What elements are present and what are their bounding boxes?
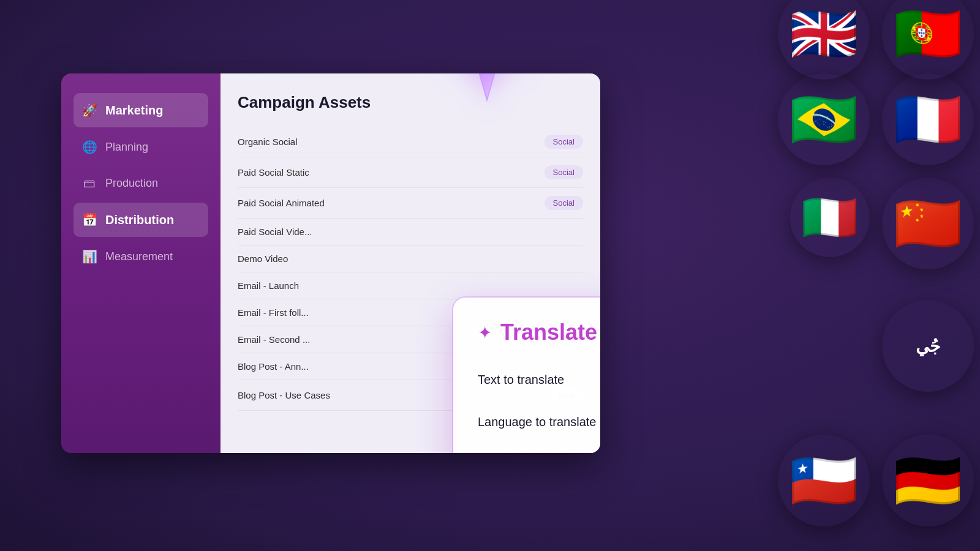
asset-name: Email - First foll... [238, 307, 309, 318]
sidebar-item-planning[interactable]: 🌐 Planning [74, 130, 208, 164]
app-container: 🚀 Marketing 🌐 Planning 🗃 Production 📅 Di… [61, 73, 600, 453]
sidebar-item-measurement[interactable]: 📊 Measurement [74, 239, 208, 274]
asset-row-paid-social-static[interactable]: Paid Social Static Social [238, 157, 583, 188]
sidebar-item-marketing-label: Marketing [105, 103, 163, 118]
asset-name: Blog Post - Use Cases [238, 390, 330, 400]
sidebar: 🚀 Marketing 🌐 Planning 🗃 Production 📅 Di… [61, 73, 221, 453]
page-title: Campaign Assets [238, 93, 583, 112]
flag-china: 🇨🇳 [882, 178, 974, 269]
asset-row-email-launch[interactable]: Email - Launch [238, 272, 583, 299]
asset-name: Email - Launch [238, 280, 299, 291]
sidebar-item-marketing[interactable]: 🚀 Marketing [74, 93, 208, 127]
asset-tag-social: Social [545, 165, 583, 179]
sidebar-item-distribution[interactable]: 📅 Distribution [74, 203, 208, 237]
asset-name: Paid Social Static [238, 167, 309, 178]
chart-icon: 📊 [82, 249, 97, 264]
asset-tag-social: Social [545, 135, 583, 149]
asset-name: Paid Social Vide... [238, 227, 312, 237]
modal-row-text-to-translate: Text to translate Description Title Summ… [478, 365, 600, 395]
modal-header: ✦ Translate [478, 320, 600, 345]
globe-icon: 🌐 [82, 140, 97, 154]
flag-france: 🇫🇷 [882, 73, 974, 165]
flag-germany: 🇩🇪 [882, 435, 974, 527]
asset-name: Organic Social [238, 137, 298, 147]
asset-tag-empty [566, 283, 583, 288]
sidebar-item-distribution-label: Distribution [105, 213, 174, 227]
asset-row-paid-social-animated[interactable]: Paid Social Animated Social [238, 188, 583, 219]
flag-brazil: 🇧🇷 [778, 73, 870, 165]
calendar-icon: 📅 [82, 212, 97, 227]
language-label: Language to translate into [478, 415, 600, 429]
flag-italy: 🇮🇹 [790, 178, 870, 257]
briefcase-icon: 🗃 [82, 176, 97, 190]
sparkle-icon: ✦ [478, 323, 492, 343]
flag-arabic: جُي [882, 300, 974, 392]
asset-tag-empty [566, 230, 583, 234]
asset-row-organic-social[interactable]: Organic Social Social [238, 127, 583, 157]
sidebar-item-measurement-label: Measurement [105, 250, 173, 263]
asset-tag-empty [566, 257, 583, 261]
modal-title: Translate [500, 320, 597, 345]
modal-row-language: Language to translate into Spanish (Spai… [478, 407, 600, 437]
flag-chile: 🇨🇱 [778, 435, 870, 527]
asset-tag-social: Social [545, 196, 583, 210]
asset-row-paid-social-video[interactable]: Paid Social Vide... [238, 219, 583, 246]
text-to-translate-label: Text to translate [478, 373, 564, 387]
flag-portugal: 🇵🇹 [882, 0, 974, 80]
rocket-icon: 🚀 [82, 103, 97, 118]
main-content: Campaign Assets Organic Social Social Pa… [221, 73, 600, 453]
asset-name: Paid Social Animated [238, 198, 325, 208]
sidebar-item-planning-label: Planning [105, 141, 148, 154]
sparkle-diamond-decoration [447, 73, 527, 104]
asset-row-demo-video[interactable]: Demo Video [238, 246, 583, 272]
asset-name: Blog Post - Ann... [238, 361, 309, 372]
sidebar-item-production[interactable]: 🗃 Production [74, 167, 208, 200]
asset-name: Email - Second ... [238, 334, 310, 345]
flag-uk: 🇬🇧 [778, 0, 870, 80]
sidebar-item-production-label: Production [105, 177, 158, 190]
translate-modal: ✦ Translate Text to translate Descriptio… [453, 298, 600, 453]
asset-name: Demo Video [238, 253, 288, 264]
